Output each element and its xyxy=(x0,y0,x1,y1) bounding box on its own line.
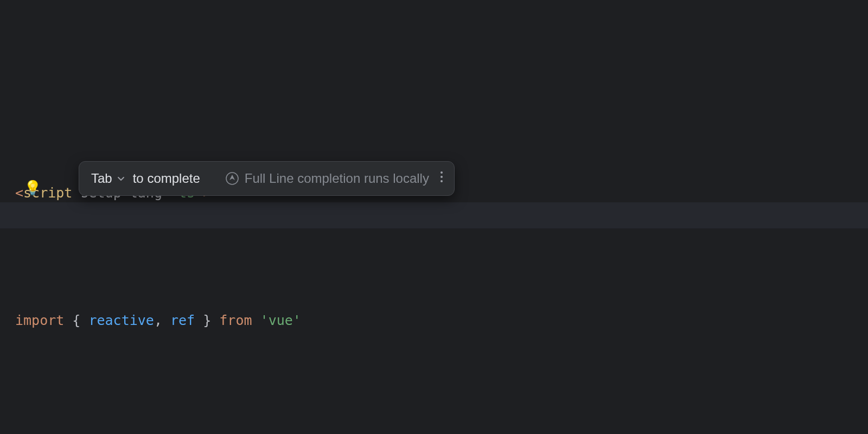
comma: , xyxy=(154,312,170,328)
lightbulb-icon[interactable]: 💡 xyxy=(24,180,41,196)
completion-tooltip[interactable]: Tab to complete Full Line completion run… xyxy=(79,161,455,196)
keyword-import: import xyxy=(15,312,72,328)
keyword-from: from xyxy=(219,312,260,328)
current-line-highlight xyxy=(0,202,868,228)
svg-point-3 xyxy=(441,180,443,182)
brace: } xyxy=(195,312,219,328)
tooltip-info: Full Line completion runs locally xyxy=(245,171,429,186)
string-literal: 'vue' xyxy=(260,312,301,328)
svg-point-1 xyxy=(441,171,443,174)
tag-open-bracket: < xyxy=(15,185,23,201)
code-line[interactable]: import { reactive, ref } from 'vue' xyxy=(15,308,868,333)
ai-circle-icon xyxy=(225,171,239,186)
chevron-down-icon[interactable] xyxy=(117,174,125,183)
more-icon[interactable] xyxy=(440,171,443,186)
brace: { xyxy=(72,312,88,328)
code-editor[interactable]: <script setup lang="ts"> import { reacti… xyxy=(0,0,868,434)
symbol-reactive: reactive xyxy=(88,312,154,328)
tooltip-tab-label: Tab xyxy=(91,171,112,186)
svg-point-2 xyxy=(441,176,443,178)
tooltip-desc: to complete xyxy=(133,171,200,186)
symbol-ref: ref xyxy=(170,312,195,328)
